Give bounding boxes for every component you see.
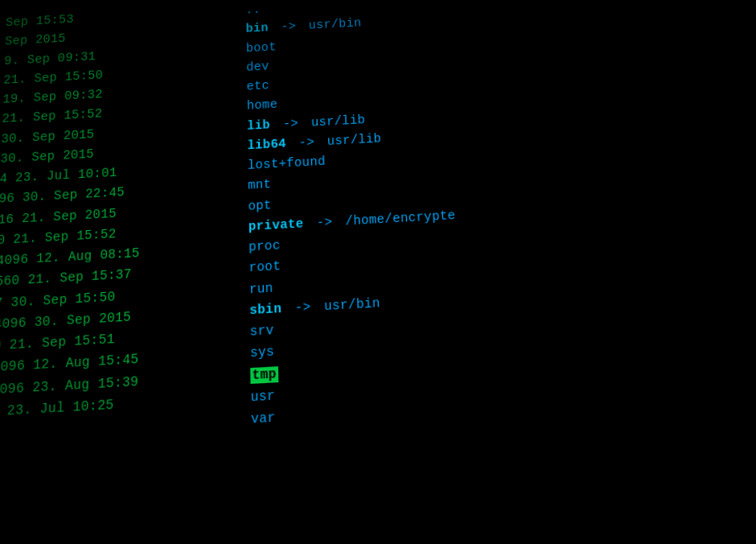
target-8: usr/lib — [327, 131, 382, 149]
entry-6: home — [247, 95, 278, 116]
entry-5: etc — [246, 76, 269, 97]
terminal-window: Sep 15:53 .. Sep 2015 bin -> usr/bin 9. … — [0, 0, 756, 544]
timestamp-21 — [0, 423, 251, 438]
arrow-7: -> — [283, 116, 306, 131]
target-16: usr/bin — [324, 295, 380, 314]
arrow-8: -> — [298, 134, 322, 150]
dir-lib: lib — [247, 117, 270, 133]
arrow-12: -> — [316, 214, 340, 230]
dir-private: private — [249, 216, 304, 234]
entry-19: tmp — [250, 363, 278, 386]
entry-11: opt — [248, 195, 272, 216]
target-12: /home/encrypte — [345, 208, 456, 229]
entry-18: sys — [250, 341, 275, 365]
arrow-2: -> — [281, 19, 304, 35]
entry-17: srv — [249, 320, 274, 343]
entry-15: run — [249, 278, 273, 300]
entry-10: mnt — [248, 175, 272, 196]
dir-bin: bin — [245, 22, 269, 37]
entry-4: dev — [246, 57, 269, 77]
entry-20: usr — [250, 385, 275, 409]
dir-lib64: lib64 — [247, 137, 286, 154]
dir-sbin: sbin — [249, 301, 281, 319]
entry-3: boot — [246, 38, 277, 59]
entry-14: root — [249, 257, 281, 279]
terminal-content: Sep 15:53 .. Sep 2015 bin -> usr/bin 9. … — [0, 0, 756, 467]
arrow-16: -> — [294, 299, 318, 316]
entry-21: var — [251, 407, 276, 431]
entry-1: .. — [245, 1, 261, 20]
entry-13: proc — [249, 236, 281, 258]
target-7: usr/lib — [311, 113, 366, 130]
dir-tmp: tmp — [250, 366, 278, 384]
entry-9: lost+found — [248, 152, 326, 176]
target-2: usr/bin — [308, 16, 361, 33]
